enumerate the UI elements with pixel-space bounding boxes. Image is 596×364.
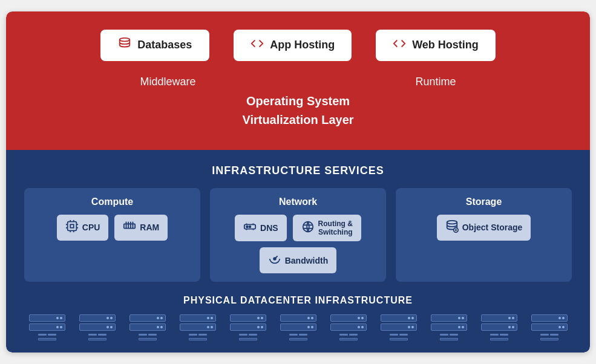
blue-section: INFRASTRUCTURE SERVICES Compute <box>6 150 590 353</box>
ram-item[interactable]: RAM <box>114 215 168 241</box>
server-icon <box>129 314 166 340</box>
bandwidth-label: Bandwidth <box>285 256 329 265</box>
cpu-label: CPU <box>82 223 100 232</box>
server-icon <box>531 314 568 340</box>
compute-title: Compute <box>34 197 191 207</box>
network-panel: Network DNS <box>210 188 386 282</box>
routing-icon <box>301 220 315 236</box>
server-icon <box>330 314 367 340</box>
svg-point-22 <box>249 226 251 227</box>
server-icon <box>481 314 517 340</box>
infra-panels: Compute CP <box>24 188 572 282</box>
cpu-item[interactable]: CPU <box>57 215 109 241</box>
service-cards: Databases App Hosting <box>30 30 566 61</box>
diagram-wrapper: Databases App Hosting <box>6 11 590 353</box>
svg-rect-11 <box>124 224 135 228</box>
server-icon <box>180 314 216 340</box>
object-storage-icon <box>445 219 459 236</box>
database-icon <box>118 37 131 54</box>
server-icon <box>29 314 65 340</box>
server-icon <box>79 314 116 340</box>
server-icon <box>280 314 316 340</box>
service-card-web-hosting[interactable]: Web Hosting <box>376 30 496 61</box>
compute-panel: Compute CP <box>24 188 200 282</box>
server-icon <box>230 314 266 340</box>
web-hosting-icon <box>393 37 406 54</box>
os-label: Operating System <box>30 94 566 108</box>
service-card-databases[interactable]: Databases <box>100 30 209 61</box>
storage-title: Storage <box>405 197 562 207</box>
compute-items: CPU <box>34 215 191 241</box>
routing-item[interactable]: Routing &Switching <box>293 215 361 242</box>
bandwidth-item[interactable]: Bandwidth <box>260 247 337 273</box>
ram-label: RAM <box>140 223 159 232</box>
svg-rect-1 <box>67 221 76 230</box>
storage-items: Object Storage <box>405 215 562 241</box>
object-storage-label: Object Storage <box>462 223 523 232</box>
databases-label: Databases <box>137 39 192 51</box>
dns-item[interactable]: DNS <box>235 215 287 242</box>
network-title: Network <box>220 197 376 207</box>
server-icon <box>431 314 467 340</box>
middleware-label: Middleware <box>140 76 195 88</box>
web-hosting-label: Web Hosting <box>412 39 479 51</box>
dns-icon <box>243 220 257 236</box>
app-hosting-label: App Hosting <box>270 39 335 51</box>
server-grid <box>24 314 572 340</box>
svg-point-21 <box>246 226 248 227</box>
datacenter-title: PHYSICAL DATACENTER INFRASTRUCTURE <box>24 295 572 306</box>
middleware-runtime-row: Middleware Runtime <box>30 76 566 88</box>
svg-rect-2 <box>70 224 74 228</box>
cpu-icon <box>65 219 79 236</box>
ram-icon <box>123 219 136 236</box>
routing-label: Routing &Switching <box>318 219 353 237</box>
server-icon <box>381 314 417 340</box>
svg-point-31 <box>273 258 276 261</box>
runtime-label: Runtime <box>415 76 456 88</box>
svg-point-0 <box>120 37 130 41</box>
red-section: Databases App Hosting <box>6 11 590 150</box>
service-card-app-hosting[interactable]: App Hosting <box>234 30 352 61</box>
dns-label: DNS <box>260 223 278 233</box>
storage-panel: Storage Ob <box>396 188 572 282</box>
object-storage-item[interactable]: Object Storage <box>437 215 531 241</box>
svg-point-32 <box>447 220 457 224</box>
infra-title: INFRASTRUCTURE SERVICES <box>24 164 572 177</box>
bandwidth-icon <box>268 252 281 268</box>
network-items: DNS Routin <box>220 215 376 274</box>
app-hosting-icon <box>251 37 264 54</box>
virtualization-label: Virtualization Layer <box>30 113 566 127</box>
